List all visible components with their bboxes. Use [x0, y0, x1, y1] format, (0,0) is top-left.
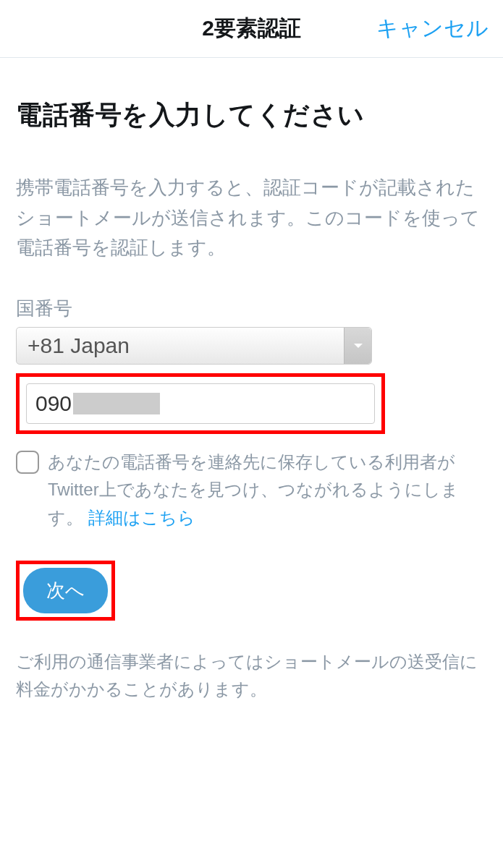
page-title: 電話番号を入力してください — [16, 98, 487, 133]
header: 2要素認証 キャンセル — [0, 0, 503, 58]
header-title: 2要素認証 — [202, 14, 301, 43]
phone-prefix: 090 — [35, 391, 72, 416]
checkbox-text-container: あなたの電話番号を連絡先に保存している利用者がTwitter上であなたを見つけ、… — [48, 448, 487, 532]
content: 電話番号を入力してください 携帯電話番号を入力すると、認証コードが記載されたショ… — [0, 58, 503, 704]
chevron-down-icon — [344, 328, 371, 364]
footer-note: ご利用の通信事業者によってはショートメールの送受信に料金がかかることがあります。 — [16, 648, 487, 704]
discoverability-row: あなたの電話番号を連絡先に保存している利用者がTwitter上であなたを見つけ、… — [16, 448, 487, 532]
cancel-button[interactable]: キャンセル — [376, 14, 489, 43]
next-button-highlight: 次へ — [16, 561, 115, 621]
discoverability-checkbox[interactable] — [16, 451, 39, 474]
phone-input-highlight: 090 — [16, 373, 385, 434]
details-link[interactable]: 詳細はこちら — [88, 508, 195, 527]
phone-masked — [73, 393, 160, 414]
phone-input[interactable]: 090 — [26, 383, 375, 424]
country-label: 国番号 — [16, 296, 487, 321]
next-button[interactable]: 次へ — [23, 568, 108, 613]
country-select[interactable]: +81 Japan — [16, 327, 372, 365]
country-select-value: +81 Japan — [17, 333, 344, 358]
description-text: 携帯電話番号を入力すると、認証コードが記載されたショートメールが送信されます。こ… — [16, 173, 487, 263]
